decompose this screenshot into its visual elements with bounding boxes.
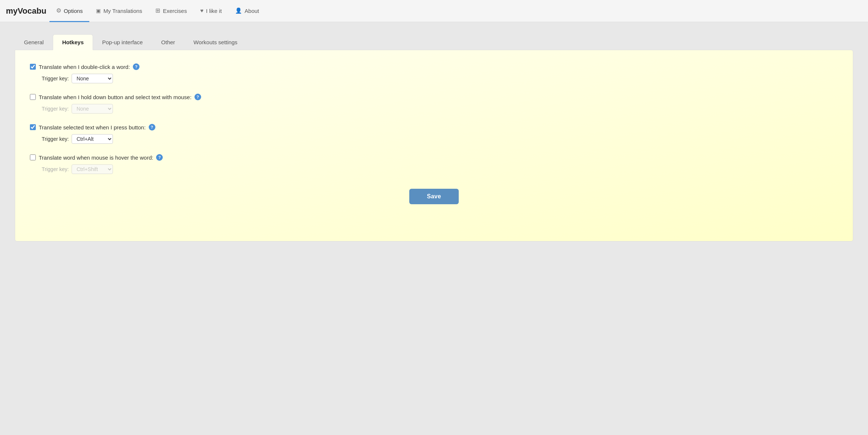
label-hover: Translate word when mouse is hover the w… bbox=[39, 154, 153, 161]
setting-double-click: Translate when I double-click a word: ? … bbox=[30, 63, 838, 83]
trigger-select-hover[interactable]: None Ctrl Alt Shift Ctrl+Alt Ctrl+Shift … bbox=[72, 164, 113, 174]
trigger-row-hold-button: Trigger key: None Ctrl Alt Shift Ctrl+Al… bbox=[42, 104, 838, 114]
label-press-button: Translate selected text when I press but… bbox=[39, 124, 146, 130]
nav-label-about: About bbox=[245, 8, 259, 14]
checkbox-hold-button[interactable] bbox=[30, 94, 36, 100]
nav-item-my-translations[interactable]: My Translations bbox=[89, 0, 149, 22]
setting-row-double-click: Translate when I double-click a word: ? bbox=[30, 63, 838, 70]
tab-general[interactable]: General bbox=[15, 34, 53, 50]
help-icon-hover[interactable]: ? bbox=[156, 154, 163, 161]
main-content: General Hotkeys Pop-up interface Other W… bbox=[0, 22, 868, 253]
grid-icon bbox=[155, 7, 160, 14]
nav-label-my-translations: My Translations bbox=[103, 8, 142, 14]
trigger-label-double-click: Trigger key: bbox=[42, 76, 69, 81]
heart-icon bbox=[200, 7, 203, 14]
nav-items: Options My Translations Exercises I like… bbox=[49, 0, 862, 22]
trigger-select-press-button[interactable]: None Ctrl Alt Shift Ctrl+Alt Ctrl+Shift … bbox=[72, 134, 113, 144]
label-hold-button: Translate when I hold down button and se… bbox=[39, 94, 192, 100]
save-button-row: Save bbox=[30, 189, 838, 204]
hotkeys-panel: Translate when I double-click a word: ? … bbox=[15, 50, 853, 241]
trigger-label-hold-button: Trigger key: bbox=[42, 106, 69, 112]
help-icon-hold-button[interactable]: ? bbox=[194, 94, 201, 100]
setting-press-button: Translate selected text when I press but… bbox=[30, 124, 838, 144]
setting-row-hover: Translate word when mouse is hover the w… bbox=[30, 154, 838, 161]
nav-item-i-like-it[interactable]: I like it bbox=[193, 0, 228, 22]
setting-row-hold-button: Translate when I hold down button and se… bbox=[30, 94, 838, 100]
trigger-select-hold-button[interactable]: None Ctrl Alt Shift Ctrl+Alt Ctrl+Shift … bbox=[72, 104, 113, 114]
nav-item-options[interactable]: Options bbox=[49, 0, 90, 22]
trigger-label-hover: Trigger key: bbox=[42, 166, 69, 172]
checkbox-hover[interactable] bbox=[30, 154, 36, 160]
setting-hold-button: Translate when I hold down button and se… bbox=[30, 94, 838, 114]
checkbox-double-click[interactable] bbox=[30, 64, 36, 70]
checkbox-press-button[interactable] bbox=[30, 124, 36, 130]
setting-row-press-button: Translate selected text when I press but… bbox=[30, 124, 838, 130]
book-icon bbox=[96, 7, 101, 14]
trigger-select-double-click[interactable]: None Ctrl Alt Shift Ctrl+Alt Ctrl+Shift … bbox=[72, 74, 113, 83]
trigger-row-press-button: Trigger key: None Ctrl Alt Shift Ctrl+Al… bbox=[42, 134, 838, 144]
tab-hotkeys[interactable]: Hotkeys bbox=[53, 34, 93, 50]
help-icon-press-button[interactable]: ? bbox=[149, 124, 155, 130]
nav-label-exercises: Exercises bbox=[163, 8, 187, 14]
trigger-row-hover: Trigger key: None Ctrl Alt Shift Ctrl+Al… bbox=[42, 164, 838, 174]
app-logo: myVocabu bbox=[6, 0, 46, 22]
gear-icon bbox=[56, 7, 61, 14]
nav-item-about[interactable]: About bbox=[228, 0, 266, 22]
help-icon-double-click[interactable]: ? bbox=[133, 63, 140, 70]
tab-workouts-settings[interactable]: Workouts settings bbox=[184, 34, 247, 50]
trigger-label-press-button: Trigger key: bbox=[42, 136, 69, 142]
setting-hover: Translate word when mouse is hover the w… bbox=[30, 154, 838, 174]
label-double-click: Translate when I double-click a word: bbox=[39, 64, 130, 70]
top-navigation: myVocabu Options My Translations Exercis… bbox=[0, 0, 868, 22]
person-icon bbox=[235, 7, 242, 14]
tab-other[interactable]: Other bbox=[152, 34, 185, 50]
nav-item-exercises[interactable]: Exercises bbox=[149, 0, 193, 22]
tabs: General Hotkeys Pop-up interface Other W… bbox=[15, 34, 853, 50]
tab-popup-interface[interactable]: Pop-up interface bbox=[93, 34, 152, 50]
nav-label-options: Options bbox=[64, 8, 83, 14]
trigger-row-double-click: Trigger key: None Ctrl Alt Shift Ctrl+Al… bbox=[42, 74, 838, 83]
save-button[interactable]: Save bbox=[409, 189, 459, 204]
nav-label-i-like-it: I like it bbox=[206, 8, 222, 14]
